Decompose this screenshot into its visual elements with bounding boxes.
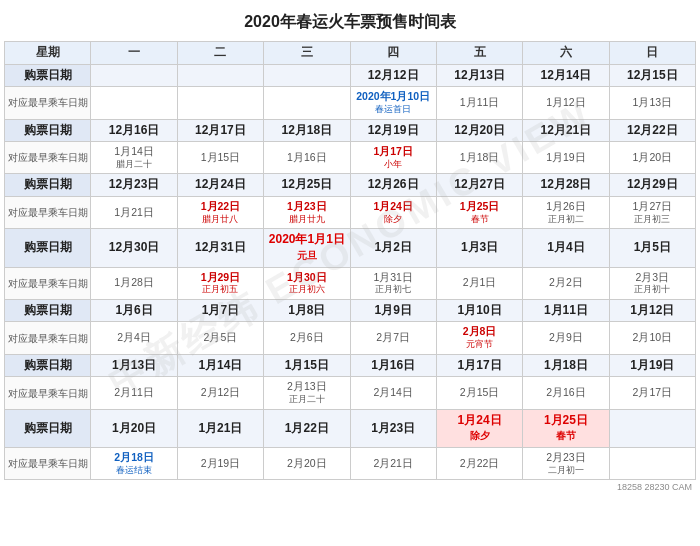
purchase-cell: 1月21日	[177, 409, 263, 447]
date-cell: 2月1日	[436, 267, 522, 299]
purchase-label: 购票日期	[5, 174, 91, 197]
date-cell: 2月15日	[436, 377, 522, 409]
purchase-cell: 12月23日	[91, 174, 177, 197]
date-cell: 1月27日正月初三	[609, 197, 695, 229]
purchase-cell: 12月14日	[523, 64, 609, 87]
date-cell: 2月9日	[523, 322, 609, 354]
date-cell: 2月13日正月二十	[264, 377, 350, 409]
purchase-cell: 12月26日	[350, 174, 436, 197]
purchase-cell: 1月8日	[264, 299, 350, 322]
purchase-label: 购票日期	[5, 354, 91, 377]
purchase-cell: 12月16日	[91, 119, 177, 142]
date-cell: 1月11日	[436, 87, 522, 119]
purchase-cell: 1月9日	[350, 299, 436, 322]
purchase-cell	[264, 64, 350, 87]
header-tue: 二	[177, 42, 263, 65]
purchase-cell: 1月24日除夕	[436, 409, 522, 447]
header-sat: 六	[523, 42, 609, 65]
date-label: 对应最早乘车日期	[5, 377, 91, 409]
purchase-cell: 12月29日	[609, 174, 695, 197]
purchase-cell: 12月21日	[523, 119, 609, 142]
date-cell: 1月17日小年	[350, 142, 436, 174]
purchase-cell: 1月23日	[350, 409, 436, 447]
purchase-cell	[177, 64, 263, 87]
purchase-cell: 1月15日	[264, 354, 350, 377]
purchase-label: 购票日期	[5, 64, 91, 87]
date-cell: 2月2日	[523, 267, 609, 299]
date-cell: 1月30日正月初六	[264, 267, 350, 299]
purchase-cell: 12月20日	[436, 119, 522, 142]
date-cell: 2月7日	[350, 322, 436, 354]
purchase-cell: 1月12日	[609, 299, 695, 322]
purchase-cell: 1月20日	[91, 409, 177, 447]
header-mon: 一	[91, 42, 177, 65]
date-cell: 1月14日腊月二十	[91, 142, 177, 174]
purchase-cell: 12月19日	[350, 119, 436, 142]
schedule-table: 星期 一 二 三 四 五 六 日 购票日期12月12日12月13日12月14日1…	[4, 41, 696, 480]
date-cell: 1月24日除夕	[350, 197, 436, 229]
purchase-cell: 12月27日	[436, 174, 522, 197]
date-cell: 1月25日春节	[436, 197, 522, 229]
purchase-label: 购票日期	[5, 409, 91, 447]
purchase-cell: 12月13日	[436, 64, 522, 87]
purchase-cell: 12月25日	[264, 174, 350, 197]
purchase-label: 购票日期	[5, 229, 91, 267]
purchase-cell: 1月16日	[350, 354, 436, 377]
purchase-cell: 1月10日	[436, 299, 522, 322]
date-cell: 2月16日	[523, 377, 609, 409]
date-cell	[264, 87, 350, 119]
date-label: 对应最早乘车日期	[5, 197, 91, 229]
date-cell: 2月10日	[609, 322, 695, 354]
date-cell: 2月18日春运结束	[91, 447, 177, 479]
purchase-cell: 12月30日	[91, 229, 177, 267]
purchase-cell: 12月31日	[177, 229, 263, 267]
date-cell: 1月19日	[523, 142, 609, 174]
header-thu: 四	[350, 42, 436, 65]
purchase-cell: 1月22日	[264, 409, 350, 447]
purchase-cell: 1月19日	[609, 354, 695, 377]
purchase-cell: 12月28日	[523, 174, 609, 197]
date-cell: 2020年1月10日春运首日	[350, 87, 436, 119]
date-cell	[609, 447, 695, 479]
date-cell: 1月20日	[609, 142, 695, 174]
header-wed: 三	[264, 42, 350, 65]
date-cell: 1月12日	[523, 87, 609, 119]
purchase-cell: 1月5日	[609, 229, 695, 267]
page-wrapper: 中新经纬 ECONOMIC VIEW 2020年春运火车票预售时间表 星期 一 …	[0, 0, 700, 496]
date-cell: 2月17日	[609, 377, 695, 409]
date-cell: 1月28日	[91, 267, 177, 299]
date-cell: 1月13日	[609, 87, 695, 119]
date-cell: 2月8日元宵节	[436, 322, 522, 354]
purchase-cell: 1月3日	[436, 229, 522, 267]
date-label: 对应最早乘车日期	[5, 142, 91, 174]
purchase-cell: 1月7日	[177, 299, 263, 322]
purchase-cell: 12月18日	[264, 119, 350, 142]
date-cell: 2月22日	[436, 447, 522, 479]
purchase-cell: 1月4日	[523, 229, 609, 267]
purchase-cell: 1月14日	[177, 354, 263, 377]
date-cell: 2月12日	[177, 377, 263, 409]
footnote: 18258 28230 CAM	[4, 480, 696, 492]
purchase-cell: 1月6日	[91, 299, 177, 322]
purchase-cell	[91, 64, 177, 87]
purchase-cell: 12月17日	[177, 119, 263, 142]
date-cell: 2月14日	[350, 377, 436, 409]
purchase-cell: 1月17日	[436, 354, 522, 377]
purchase-cell: 12月12日	[350, 64, 436, 87]
purchase-cell	[609, 409, 695, 447]
date-cell: 2月4日	[91, 322, 177, 354]
purchase-cell: 1月18日	[523, 354, 609, 377]
date-cell: 1月21日	[91, 197, 177, 229]
purchase-label: 购票日期	[5, 119, 91, 142]
date-cell	[91, 87, 177, 119]
date-cell: 2月5日	[177, 322, 263, 354]
purchase-cell: 12月22日	[609, 119, 695, 142]
date-cell	[177, 87, 263, 119]
date-cell: 2月20日	[264, 447, 350, 479]
date-cell: 1月22日腊月廿八	[177, 197, 263, 229]
date-cell: 1月29日正月初五	[177, 267, 263, 299]
date-cell: 1月26日正月初二	[523, 197, 609, 229]
date-cell: 2月21日	[350, 447, 436, 479]
header-fri: 五	[436, 42, 522, 65]
date-cell: 1月15日	[177, 142, 263, 174]
